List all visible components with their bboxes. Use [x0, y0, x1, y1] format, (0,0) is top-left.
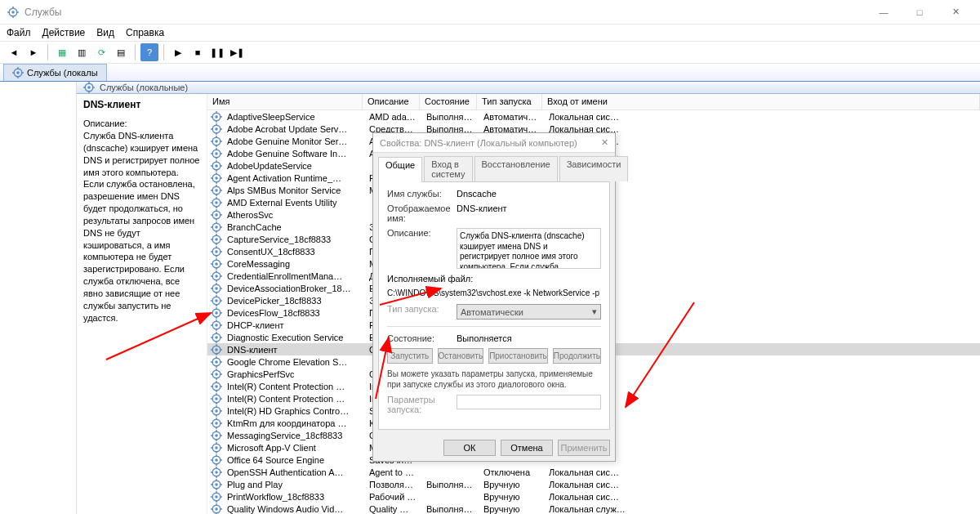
cell-name: AdobeUpdateService: [222, 161, 364, 171]
startup-type-select[interactable]: Автоматически▾: [457, 304, 601, 320]
service-row[interactable]: PrintWorkflow_18cf8833Рабочий п…ВручнуюЛ…: [207, 490, 980, 503]
menu-help[interactable]: Справка: [126, 27, 164, 38]
gear-icon: [12, 67, 24, 78]
description-label: Описание:: [83, 118, 200, 128]
gear-icon: [211, 467, 222, 478]
panel-header-label: Службы (локальные): [100, 83, 188, 92]
cell-name: AdaptiveSleepService: [222, 112, 364, 122]
left-tree: [0, 82, 77, 514]
cancel-button[interactable]: Отмена: [501, 440, 553, 456]
gear-icon: [211, 148, 222, 159]
cell-name: AMD External Events Utility: [222, 198, 364, 208]
display-name-value: DNS-клиент: [457, 203, 601, 213]
cell-desc: Quality Wi…: [364, 504, 421, 514]
tab-dependencies[interactable]: Зависимости: [559, 156, 629, 181]
cell-name: DeviceAssociationBroker_18…: [222, 284, 364, 293]
pause-service-button[interactable]: ❚❚: [208, 43, 226, 61]
start-button[interactable]: Запустить: [387, 348, 433, 364]
cell-start: Вручную: [479, 504, 544, 514]
resume-button[interactable]: Продолжить: [553, 348, 601, 364]
gear-icon: [211, 393, 222, 404]
startup-type-label: Тип запуска:: [387, 304, 457, 314]
dialog-titlebar[interactable]: Свойства: DNS-клиент (Локальный компьюте…: [373, 133, 615, 153]
maximize-button[interactable]: □: [902, 0, 938, 25]
cell-name: Quality Windows Audio Vid…: [222, 504, 364, 514]
apply-button[interactable]: Применить: [558, 440, 610, 456]
properties-button[interactable]: ▤: [112, 43, 130, 61]
stop-service-button[interactable]: ■: [189, 43, 207, 61]
start-service-button[interactable]: ▶: [169, 43, 187, 61]
refresh-button[interactable]: ⟳: [92, 43, 110, 61]
service-row[interactable]: AdaptiveSleepServiceAMD adap…Выполняется…: [207, 110, 980, 123]
restart-service-button[interactable]: ▶❚: [228, 43, 246, 61]
cell-name: Intel(R) Content Protection …: [222, 394, 364, 404]
col-header-name[interactable]: Имя: [207, 94, 363, 110]
cell-desc: AMD adap…: [364, 112, 421, 122]
menu-action[interactable]: Действие: [42, 27, 86, 38]
cell-name: DevicesFlow_18cf8833: [222, 308, 364, 318]
gear-icon: [211, 381, 222, 392]
forward-button[interactable]: ►: [24, 43, 42, 61]
tree-tab-services[interactable]: Службы (локалы: [3, 64, 107, 81]
menu-view[interactable]: Вид: [96, 27, 114, 38]
minimize-button[interactable]: —: [866, 0, 902, 25]
dialog-title: Свойства: DNS-клиент (Локальный компьюте…: [380, 138, 577, 148]
ok-button[interactable]: ОК: [443, 440, 496, 456]
gear-icon: [211, 454, 222, 466]
cell-name: Plug and Play: [222, 480, 364, 489]
back-button[interactable]: ◄: [5, 43, 23, 61]
gear-icon: [211, 418, 222, 429]
col-header-state[interactable]: Состояние: [420, 94, 477, 110]
dialog-close-button[interactable]: ✕: [601, 137, 608, 148]
properties-dialog: Свойства: DNS-клиент (Локальный компьюте…: [372, 132, 616, 462]
cell-name: Microsoft App-V Client: [222, 443, 364, 453]
service-row[interactable]: Plug and PlayПозволяет…ВыполняетсяВручну…: [207, 478, 980, 490]
export-button[interactable]: ▥: [73, 43, 91, 61]
description-label: Описание:: [387, 228, 457, 238]
cell-name: CoreMessaging: [222, 259, 364, 269]
gear-icon: [211, 246, 222, 257]
cell-desc: Agent to h…: [364, 467, 421, 477]
cell-logon: Локальная сис…: [544, 492, 980, 502]
tab-recovery[interactable]: Восстановление: [474, 156, 558, 181]
cell-logon: Локальная сис…: [544, 112, 980, 122]
pause-button[interactable]: Приостановить: [488, 348, 548, 364]
cell-name: GraphicsPerfSvc: [222, 369, 364, 379]
show-hide-tree-button[interactable]: ▦: [53, 43, 71, 61]
gear-icon: [211, 185, 222, 196]
stop-button[interactable]: Остановить: [438, 348, 484, 364]
cell-name: Office 64 Source Engine: [222, 455, 364, 465]
hint-text: Вы можете указать параметры запуска, при…: [387, 369, 601, 390]
gear-icon: [211, 491, 222, 503]
cell-desc: Рабочий п…: [364, 492, 421, 502]
gear-icon: [211, 503, 222, 515]
cell-name: Adobe Acrobat Update Serv…: [222, 124, 364, 134]
help-button[interactable]: ?: [140, 43, 158, 61]
gear-icon: [83, 82, 95, 93]
service-row[interactable]: OpenSSH Authentication A…Agent to h…Откл…: [207, 466, 980, 478]
cell-name: OpenSSH Authentication A…: [222, 467, 364, 477]
description-box[interactable]: Служба DNS-клиента (dnscache) кэширует и…: [457, 228, 601, 269]
window-title: Службы: [24, 7, 866, 18]
col-header-start[interactable]: Тип запуска: [477, 94, 542, 110]
service-row[interactable]: Quality Windows Audio Vid…Quality Wi…Вып…: [207, 503, 980, 514]
menu-file[interactable]: Файл: [7, 27, 31, 38]
col-header-logon[interactable]: Вход от имени: [542, 94, 980, 110]
params-input[interactable]: [457, 395, 601, 409]
tab-logon[interactable]: Вход в систему: [424, 156, 472, 181]
display-name-label: Отображаемое имя:: [387, 203, 457, 223]
panel-header: Службы (локальные): [77, 82, 980, 94]
cell-name: ConsentUX_18cf8833: [222, 247, 364, 257]
gear-icon: [211, 258, 222, 270]
gear-icon: [211, 369, 222, 380]
col-header-desc[interactable]: Описание: [363, 94, 420, 110]
gear-icon: [211, 479, 222, 490]
close-button[interactable]: ✕: [938, 0, 973, 25]
tab-general[interactable]: Общие: [378, 157, 422, 182]
gear-icon: [211, 221, 222, 233]
gear-icon: [211, 307, 222, 319]
gear-icon: [211, 136, 222, 147]
titlebar: Службы — □ ✕: [0, 0, 980, 25]
service-name-value: Dnscache: [457, 189, 601, 199]
gear-icon: [211, 270, 222, 282]
